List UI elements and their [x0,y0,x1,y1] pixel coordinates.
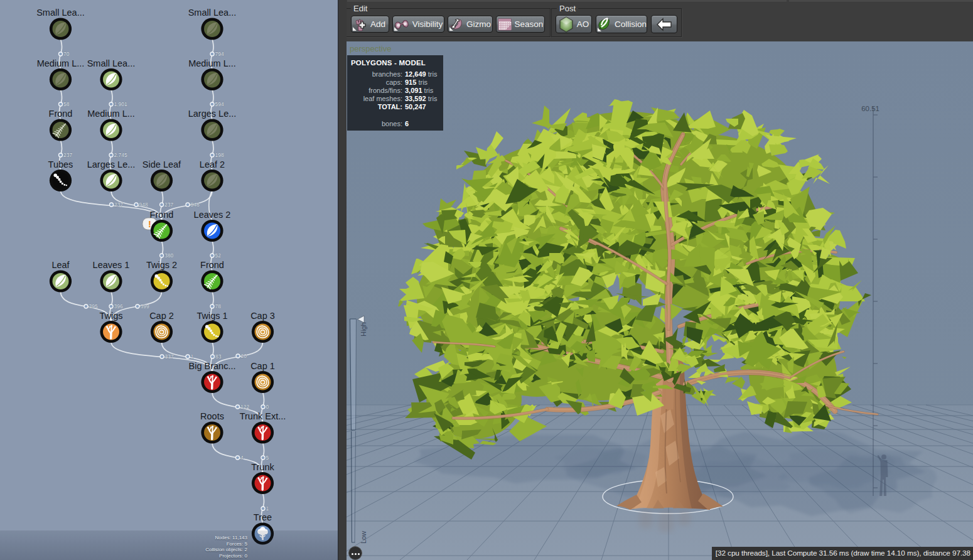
svg-text:Roots: Roots [200,411,224,421]
svg-text:Twigs 2: Twigs 2 [146,260,177,270]
svg-text:Tree: Tree [254,512,272,522]
svg-text:83: 83 [215,353,222,360]
svg-text:237: 237 [164,202,173,208]
svg-text:Small Lea...: Small Lea... [87,58,136,68]
svg-text:Trunk: Trunk [251,462,274,472]
svg-text:Leaf: Leaf [51,260,70,270]
svg-text:1: 1 [266,505,269,512]
svg-text:Medium L...: Medium L... [87,109,135,119]
svg-text:Leaf 2: Leaf 2 [200,159,225,170]
svg-text:2,745: 2,745 [114,152,128,158]
svg-text:Big Branc...: Big Branc... [189,361,236,371]
svg-text:Twigs: Twigs [99,311,122,321]
svg-text:4: 4 [240,455,244,461]
svg-text:237: 237 [114,202,123,208]
svg-text:948: 948 [191,202,200,208]
svg-text:Small Lea...: Small Lea... [36,8,85,18]
svg-text:Larges Le...: Larges Le... [87,159,136,170]
svg-text:399: 399 [141,303,149,310]
svg-text:Cap 2: Cap 2 [149,311,174,321]
svg-text:594: 594 [215,101,224,107]
svg-text:Cap 1: Cap 1 [250,361,275,371]
svg-text:0: 0 [266,404,269,410]
svg-text:396: 396 [114,303,123,310]
svg-text:Leaves 1: Leaves 1 [93,260,130,270]
svg-text:1,901: 1,901 [114,101,128,107]
svg-text:70: 70 [63,51,70,57]
svg-text:337: 337 [165,353,174,360]
svg-text:Trunk Ext...: Trunk Ext... [240,411,286,421]
svg-text:!: ! [148,218,151,229]
svg-text:Medium L...: Medium L... [37,58,85,68]
svg-text:Side Leaf: Side Leaf [142,159,181,170]
svg-text:Tubes: Tubes [48,159,73,170]
svg-text:Small Lea...: Small Lea... [188,8,237,18]
svg-text:122: 122 [240,404,249,410]
svg-text:78: 78 [215,303,222,310]
svg-text:Frond: Frond [150,210,174,220]
svg-text:794: 794 [215,51,224,57]
svg-text:Low: Low [360,531,367,544]
svg-text:380: 380 [164,252,173,259]
svg-text:198: 198 [215,152,224,158]
svg-text:237: 237 [63,152,72,158]
svg-text:Cap 3: Cap 3 [250,311,275,321]
svg-text:Leaves 2: Leaves 2 [194,210,231,220]
svg-text:Larges Le...: Larges Le... [188,109,237,119]
svg-text:58: 58 [63,101,70,107]
svg-text:395: 395 [89,303,98,310]
svg-text:Frond: Frond [200,260,224,270]
svg-text:Twigs 1: Twigs 1 [196,311,227,321]
svg-text:High: High [360,322,367,337]
svg-text:20: 20 [241,353,247,359]
svg-text:948: 948 [139,202,148,208]
svg-text:1: 1 [191,353,194,360]
svg-text:52: 52 [215,252,222,259]
svg-text:Frond: Frond [49,109,73,119]
svg-text:Medium L...: Medium L... [188,58,236,68]
svg-text:60.51: 60.51 [861,105,879,112]
svg-text:5: 5 [266,455,269,461]
